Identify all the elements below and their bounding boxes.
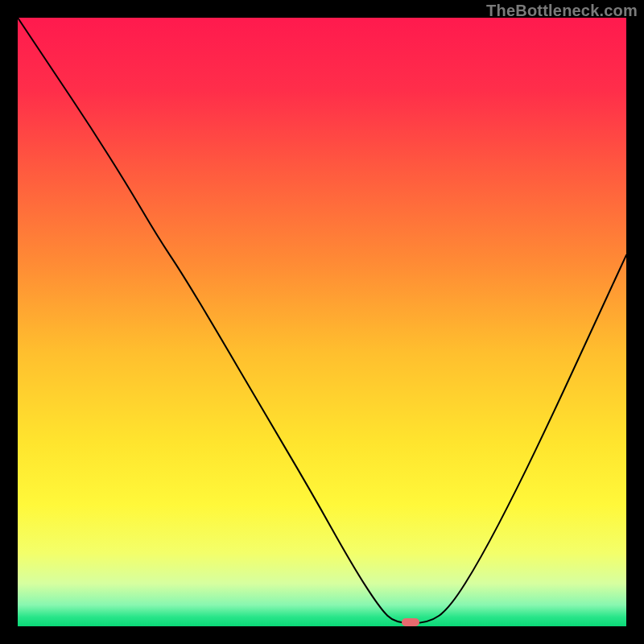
plot-area <box>18 18 626 626</box>
optimal-marker <box>402 618 419 626</box>
watermark-text: TheBottleneck.com <box>486 2 638 20</box>
bottleneck-curve <box>18 18 626 626</box>
chart-container: TheBottleneck.com <box>0 0 644 644</box>
